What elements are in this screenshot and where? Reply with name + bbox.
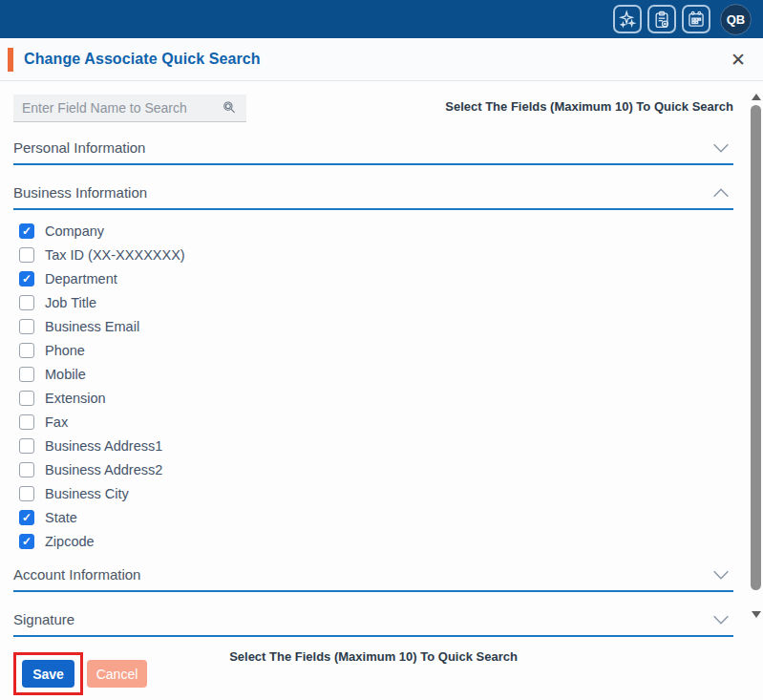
dialog-body: Select The Fields (Maximum 10) To Quick …	[0, 81, 763, 650]
field-row: ✓Department	[13, 266, 733, 290]
dialog-title: Change Associate Quick Search	[24, 51, 261, 68]
clipboard-add-icon[interactable]	[647, 5, 676, 33]
field-search-input[interactable]	[22, 100, 221, 116]
section-signature[interactable]: Signature	[13, 611, 733, 637]
business-field-list: ✓CompanyTax ID (XX-XXXXXXX)✓DepartmentJo…	[13, 219, 733, 553]
checkbox-department[interactable]: ✓	[19, 271, 34, 286]
section-label: Signature	[13, 611, 74, 627]
field-row: Tax ID (XX-XXXXXXX)	[13, 243, 733, 266]
field-label: Phone	[45, 343, 85, 358]
field-label: State	[45, 510, 77, 525]
field-row: ✓Company	[13, 219, 733, 243]
field-row: Mobile	[13, 362, 733, 386]
checkbox-zipcode[interactable]: ✓	[19, 534, 34, 549]
field-row: Business Address2	[13, 457, 733, 481]
field-search-box	[13, 95, 246, 122]
field-label: Mobile	[45, 367, 86, 382]
section-label: Account Information	[13, 566, 140, 583]
save-button[interactable]: Save	[22, 660, 74, 688]
title-accent-bar	[8, 48, 13, 72]
scrollbar-thumb[interactable]	[751, 105, 761, 590]
field-label: Extension	[45, 391, 106, 406]
field-row: Business Address1	[13, 434, 733, 457]
field-row: Job Title	[13, 290, 733, 314]
checkbox-mobile[interactable]	[19, 367, 34, 382]
scroll-up-arrow-icon[interactable]	[752, 94, 761, 100]
field-label: Business Address2	[45, 462, 162, 477]
checkbox-tax-id-xx-xxxxxxx[interactable]	[19, 247, 34, 263]
checkbox-phone[interactable]	[19, 343, 34, 358]
chevron-down-icon	[710, 141, 731, 155]
checkbox-extension[interactable]	[19, 391, 34, 406]
checkbox-business-city[interactable]	[19, 486, 34, 501]
search-row: Select The Fields (Maximum 10) To Quick …	[13, 95, 733, 122]
checkbox-business-email[interactable]	[19, 319, 34, 334]
vertical-scrollbar[interactable]	[750, 92, 762, 638]
search-icon[interactable]	[221, 99, 238, 117]
scroll-down-arrow-icon[interactable]	[752, 611, 761, 618]
checkbox-state[interactable]: ✓	[19, 510, 34, 525]
field-label: Business Address1	[45, 438, 162, 454]
chevron-up-icon	[710, 186, 731, 200]
field-row: Phone	[13, 338, 733, 362]
checkbox-business-address2[interactable]	[19, 462, 34, 477]
field-row: Business Email	[13, 314, 733, 338]
close-icon[interactable]: ✕	[731, 51, 746, 69]
section-account-information[interactable]: Account Information	[13, 566, 733, 592]
checkbox-company[interactable]: ✓	[19, 223, 34, 239]
checkbox-fax[interactable]	[19, 414, 34, 430]
field-row: ✓State	[13, 505, 733, 529]
field-label: Tax ID (XX-XXXXXXX)	[45, 247, 185, 263]
section-label: Business Information	[13, 184, 147, 201]
field-label: Fax	[45, 414, 68, 430]
field-row: Fax	[13, 410, 733, 434]
section-business-information[interactable]: Business Information	[13, 184, 733, 210]
field-row: ✓Zipcode	[13, 529, 733, 553]
user-avatar[interactable]: QB	[720, 4, 752, 35]
field-label: Zipcode	[45, 534, 95, 549]
section-label: Personal Information	[13, 139, 145, 156]
field-label: Company	[45, 223, 104, 239]
top-app-bar: QB	[0, 0, 763, 38]
section-personal-information[interactable]: Personal Information	[13, 139, 733, 165]
cancel-button[interactable]: Cancel	[87, 660, 147, 688]
sparkle-icon[interactable]	[613, 5, 642, 33]
checkbox-job-title[interactable]	[19, 295, 34, 310]
field-label: Business Email	[45, 319, 139, 334]
field-label: Job Title	[45, 295, 96, 310]
dialog-header: Change Associate Quick Search ✕	[0, 38, 763, 81]
chevron-down-icon	[710, 613, 731, 626]
calendar-icon[interactable]	[682, 5, 710, 33]
field-label: Department	[45, 271, 117, 286]
max-fields-hint-top: Select The Fields (Maximum 10) To Quick …	[445, 99, 733, 114]
checkbox-business-address1[interactable]	[19, 438, 34, 454]
chevron-down-icon	[710, 568, 731, 582]
field-row: Business City	[13, 481, 733, 505]
max-fields-hint-bottom: Select The Fields (Maximum 10) To Quick …	[13, 649, 733, 664]
field-row: Extension	[13, 386, 733, 410]
field-label: Business City	[45, 486, 129, 501]
